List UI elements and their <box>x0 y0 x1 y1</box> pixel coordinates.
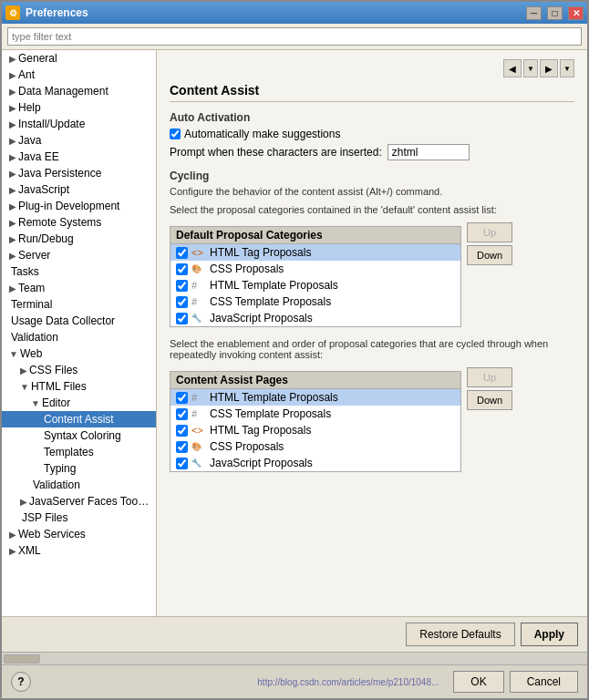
tree-panel: ▶General ▶Ant ▶Data Management ▶Help ▶In… <box>2 50 157 616</box>
tree-item-web[interactable]: ▼Web <box>2 345 156 362</box>
tree-item-syntax-coloring[interactable]: Syntax Coloring <box>2 427 156 444</box>
close-button[interactable]: ✕ <box>568 6 584 20</box>
default-up-button[interactable]: Up <box>467 222 512 242</box>
proposal-item-html-tag[interactable]: <> HTML Tag Proposals <box>170 244 460 261</box>
tree-item-content-assist[interactable]: Content Assist <box>2 411 156 427</box>
tree-item-java-persistence[interactable]: ▶Java Persistence <box>2 165 156 181</box>
tree-item-html-files[interactable]: ▼HTML Files <box>2 378 156 395</box>
window-title: Preferences <box>26 6 521 19</box>
default-proposals-box: Default Proposal Categories <> HTML Tag … <box>170 226 461 327</box>
html-tag-icon: <> <box>191 247 206 258</box>
filter-input[interactable] <box>7 27 582 46</box>
proposal-label-css: CSS Proposals <box>210 262 284 275</box>
tree-item-run-debug[interactable]: ▶Run/Debug <box>2 231 156 247</box>
ok-button[interactable]: OK <box>453 671 503 693</box>
apply-button[interactable]: Apply <box>521 623 578 646</box>
nav-buttons: ◀ ▼ ▶ ▼ <box>170 59 574 77</box>
pages-proposals-section: Content Assist Pages # HTML Template Pro… <box>170 367 574 476</box>
page-item-js[interactable]: 🔧 JavaScript Proposals <box>170 455 460 471</box>
minimize-button[interactable]: ─ <box>526 6 542 20</box>
proposal-item-js[interactable]: 🔧 JavaScript Proposals <box>170 310 460 326</box>
css-icon: 🎨 <box>191 264 206 273</box>
page-label-css-template: CSS Template Proposals <box>210 407 331 420</box>
preferences-window: ⚙ Preferences ─ □ ✕ ▶General ▶Ant ▶Data … <box>0 0 589 700</box>
tree-item-install-update[interactable]: ▶Install/Update <box>2 116 156 132</box>
page-label-html-template: HTML Template Proposals <box>210 391 338 404</box>
back-button[interactable]: ◀ <box>503 59 522 77</box>
proposal-check-html-template[interactable] <box>176 280 188 292</box>
tree-item-help[interactable]: ▶Help <box>2 99 156 116</box>
tree-item-xml[interactable]: ▶XML <box>2 542 156 559</box>
tree-item-ant[interactable]: ▶Ant <box>2 67 156 83</box>
proposal-item-css[interactable]: 🎨 CSS Proposals <box>170 261 460 277</box>
js-icon: 🔧 <box>191 314 206 323</box>
proposal-check-css-template[interactable] <box>176 296 188 308</box>
page-item-html-tag[interactable]: <> HTML Tag Proposals <box>170 422 460 438</box>
prompt-label: Prompt when these characters are inserte… <box>170 146 382 159</box>
proposal-item-html-template[interactable]: # HTML Template Proposals <box>170 277 460 293</box>
tree-item-plugin-dev[interactable]: ▶Plug-in Development <box>2 198 156 214</box>
prompt-row: Prompt when these characters are inserte… <box>170 144 574 160</box>
forward-dropdown[interactable]: ▼ <box>560 59 574 77</box>
pages-down-button[interactable]: Down <box>467 390 512 410</box>
proposal-check-js[interactable] <box>176 313 188 324</box>
pages-up-button[interactable]: Up <box>467 367 512 387</box>
dialog-url: http://blog.csdn.com/articles/me/p210/10… <box>257 677 439 687</box>
page-check-css[interactable] <box>176 441 188 453</box>
page-title: Content Assist <box>170 83 574 102</box>
tree-item-templates[interactable]: Templates <box>2 444 156 460</box>
page-check-css-template[interactable] <box>176 408 188 420</box>
page-item-html-template[interactable]: # HTML Template Proposals <box>170 389 460 406</box>
tree-item-data-mgmt[interactable]: ▶Data Management <box>2 83 156 99</box>
proposal-label-html-template: HTML Template Proposals <box>210 279 338 292</box>
tree-item-javascript[interactable]: ▶JavaScript <box>2 181 156 198</box>
tree-item-web-validation[interactable]: Validation <box>2 477 156 493</box>
maximize-button[interactable]: □ <box>547 6 563 20</box>
page-item-css[interactable]: 🎨 CSS Proposals <box>170 438 460 455</box>
page-check-html-template[interactable] <box>176 392 188 404</box>
page-item-css-template[interactable]: # CSS Template Proposals <box>170 406 460 422</box>
html-template-icon: # <box>191 280 206 291</box>
proposal-label-js: JavaScript Proposals <box>210 312 313 324</box>
restore-defaults-button[interactable]: Restore Defaults <box>406 623 514 646</box>
default-updown-buttons: Up Down <box>467 222 512 265</box>
cancel-button[interactable]: Cancel <box>510 671 578 693</box>
proposal-check-html-tag[interactable] <box>176 247 188 259</box>
page-js-icon: 🔧 <box>191 458 206 468</box>
tree-item-java[interactable]: ▶Java <box>2 132 156 149</box>
help-button[interactable]: ? <box>11 672 31 692</box>
tree-item-terminal[interactable]: Terminal <box>2 296 156 313</box>
main-content: ▶General ▶Ant ▶Data Management ▶Help ▶In… <box>2 50 587 616</box>
tree-item-editor[interactable]: ▼Editor <box>2 395 156 411</box>
forward-button[interactable]: ▶ <box>540 59 558 77</box>
pages-proposals-label: Select the enablement and order of propo… <box>170 338 574 360</box>
tree-item-remote-systems[interactable]: ▶Remote Systems <box>2 214 156 231</box>
proposal-label-html-tag: HTML Tag Proposals <box>210 246 311 259</box>
tree-item-usage-dc[interactable]: Usage Data Collector <box>2 313 156 329</box>
tree-item-tasks[interactable]: Tasks <box>2 263 156 280</box>
page-label-html-tag: HTML Tag Proposals <box>210 424 311 437</box>
tree-item-server[interactable]: ▶Server <box>2 247 156 263</box>
tree-item-team[interactable]: ▶Team <box>2 280 156 296</box>
prompt-input[interactable] <box>388 144 470 160</box>
tree-item-java-ee[interactable]: ▶Java EE <box>2 149 156 165</box>
auto-suggest-checkbox[interactable] <box>170 129 181 139</box>
back-dropdown[interactable]: ▼ <box>523 59 538 77</box>
tree-item-general[interactable]: ▶General <box>2 50 156 67</box>
scrollbar-thumb[interactable] <box>4 654 40 664</box>
page-check-js[interactable] <box>176 458 188 469</box>
tree-item-css-files[interactable]: ▶CSS Files <box>2 362 156 378</box>
tree-item-web-services[interactable]: ▶Web Services <box>2 526 156 542</box>
horizontal-scrollbar[interactable] <box>2 652 587 664</box>
tree-item-jsf-tools[interactable]: ▶JavaServer Faces Too… <box>2 493 156 510</box>
page-css-icon: 🎨 <box>191 442 206 451</box>
tree-item-jsp-files[interactable]: JSP Files <box>2 510 156 526</box>
default-down-button[interactable]: Down <box>467 245 512 265</box>
tree-item-typing[interactable]: Typing <box>2 460 156 477</box>
tree-item-validation[interactable]: Validation <box>2 329 156 345</box>
page-check-html-tag[interactable] <box>176 425 188 437</box>
title-bar: ⚙ Preferences ─ □ ✕ <box>2 2 587 24</box>
proposal-item-css-template[interactable]: # CSS Template Proposals <box>170 293 460 310</box>
proposal-check-css[interactable] <box>176 263 188 275</box>
default-proposals-header: Default Proposal Categories <box>170 227 460 244</box>
